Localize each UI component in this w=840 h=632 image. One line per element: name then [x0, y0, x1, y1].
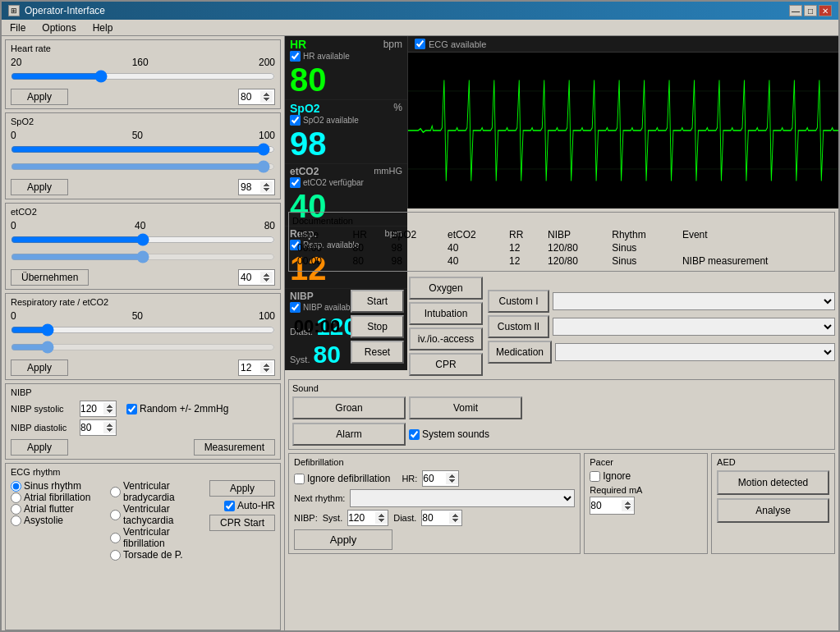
analyse-button[interactable]: Analyse — [717, 498, 829, 523]
nibp-systolic-input[interactable] — [80, 401, 117, 417]
system-sounds-label[interactable]: System sounds — [409, 423, 522, 446]
doc-col-etco2: etCO2 — [443, 228, 504, 241]
resp-apply-row: Apply — [11, 360, 275, 376]
vomit-button[interactable]: Vomit — [409, 396, 522, 419]
minimize-button[interactable]: — — [789, 5, 802, 16]
custom-ii-select[interactable] — [553, 318, 835, 336]
start-button[interactable]: Start — [351, 290, 404, 313]
ecg-auto-hr[interactable]: Auto-HR — [224, 500, 275, 511]
nibp-diastolic-label: NIBP diastolic — [11, 423, 76, 433]
cpr-start-button[interactable]: CPR Start — [209, 515, 275, 531]
hr-value: 80 — [290, 62, 402, 98]
spo2-slider[interactable] — [11, 143, 275, 156]
nibp-measurement-button[interactable]: Measurement — [194, 439, 275, 456]
etco2-apply-button[interactable]: Übernehmen — [11, 269, 89, 286]
resp-slider2[interactable] — [11, 341, 275, 354]
medication-select[interactable] — [555, 343, 835, 361]
defib-syst-input[interactable] — [347, 510, 388, 526]
nibp-random-checkbox[interactable] — [126, 404, 137, 414]
custom-ii-button[interactable]: Custom II — [488, 315, 549, 338]
spo2-available-checkbox[interactable] — [290, 115, 301, 126]
close-button[interactable]: ✕ — [819, 5, 832, 16]
doc-row1-event — [677, 241, 831, 254]
defib-diast-input[interactable] — [421, 510, 462, 526]
custom-i-button[interactable]: Custom I — [488, 290, 549, 313]
ecg-atrial-flutter[interactable]: Atrial flutter — [11, 503, 103, 515]
heart-rate-group: Heart rate 20 160 200 Apply — [5, 39, 281, 109]
heart-rate-apply-button[interactable]: Apply — [11, 89, 68, 105]
ecg-available-checkbox[interactable] — [415, 39, 425, 49]
bottom-row: Defibrillation Ignore defibrillation HR:… — [285, 451, 838, 556]
etco2-available-label: etCO2 verfügbar — [303, 178, 364, 187]
reset-button[interactable]: Reset — [351, 341, 404, 364]
doc-col-rr: RR — [504, 228, 543, 241]
defib-ignore-label[interactable]: Ignore defibrillation — [294, 473, 390, 484]
nibp-systolic-row: NIBP systolic Random +/- 2mmHg — [11, 401, 275, 417]
heart-rate-input[interactable] — [238, 89, 275, 105]
hr-header: HR bpm — [290, 38, 402, 51]
spo2-label: SpO2 — [290, 102, 320, 115]
resp-slider[interactable] — [11, 323, 275, 337]
menu-file[interactable]: File — [5, 21, 30, 34]
etco2-slider[interactable] — [11, 233, 275, 246]
window-controls: — □ ✕ — [789, 5, 832, 16]
etco2-unit: mmHG — [374, 166, 402, 177]
ecg-atrial-fib[interactable]: Atrial fibrillation — [11, 492, 103, 503]
pacer-required-ma-input[interactable] — [590, 497, 635, 515]
resp-apply-button[interactable]: Apply — [11, 360, 68, 376]
nibp-systolic-label: NIBP systolic — [11, 404, 76, 414]
cpr-button[interactable]: CPR — [409, 353, 483, 376]
hr-mid-label: 160 — [132, 57, 149, 68]
hr-display: HR bpm HR available 80 — [285, 36, 407, 100]
doc-table: Time HR SpO2 etCO2 RR NIBP Rhythm Event — [292, 228, 831, 268]
spo2-value: 98 — [290, 126, 402, 162]
ecg-ventricular-tachy[interactable]: Ventricular tachycardia — [110, 503, 203, 526]
custom-i-select[interactable] — [553, 292, 835, 310]
ecg-apply-button[interactable]: Apply — [209, 480, 275, 497]
nibp-apply-button[interactable]: Apply — [11, 439, 68, 456]
etco2-slider2[interactable] — [11, 250, 275, 263]
system-sounds-checkbox[interactable] — [409, 429, 420, 440]
defib-hr-input[interactable] — [422, 470, 459, 487]
spo2-slider2[interactable] — [11, 160, 275, 173]
iv-access-button[interactable]: iv./io.-access — [409, 327, 483, 350]
ecg-asystolie[interactable]: Asystolie — [11, 515, 103, 526]
defib-next-rhythm-select[interactable] — [350, 489, 575, 507]
etco2-available-checkbox[interactable] — [290, 177, 301, 188]
hr-available-checkbox[interactable] — [290, 51, 301, 62]
spo2-input[interactable] — [238, 179, 275, 195]
ecg-ventricular-brady[interactable]: Ventricular bradycardia — [110, 480, 203, 503]
defib-ignore-checkbox[interactable] — [294, 474, 305, 484]
ecg-ventricular-fib[interactable]: Ventricular fibrillation — [110, 526, 203, 549]
spo2-available-row: SpO2 available — [290, 115, 402, 126]
heart-rate-slider[interactable] — [11, 70, 275, 83]
etco2-spin — [238, 269, 275, 286]
etco2-min-label: 0 — [11, 220, 16, 231]
ecg-torsade[interactable]: Torsade de P. — [110, 549, 203, 561]
doc-header-row: Time HR SpO2 etCO2 RR NIBP Rhythm Event — [292, 228, 831, 241]
spo2-apply-button[interactable]: Apply — [11, 179, 68, 195]
menu-options[interactable]: Options — [37, 21, 80, 34]
menu-help[interactable]: Help — [88, 21, 118, 34]
title-bar: ⊞ Operator-Interface — □ ✕ — [2, 2, 838, 20]
documentation-section: Documentation Time HR SpO2 etCO2 RR NIBP… — [288, 212, 835, 272]
motion-detected-button[interactable]: Motion detected — [717, 470, 829, 495]
resp-input[interactable] — [238, 360, 275, 376]
pacer-ignore-label[interactable]: Ignore — [590, 470, 702, 482]
intubation-button[interactable]: Intubation — [409, 302, 483, 325]
ecg-sinus-rhythm[interactable]: Sinus rhythm — [11, 480, 103, 492]
pacer-ignore-checkbox[interactable] — [590, 471, 600, 482]
sound-title: Sound — [292, 383, 831, 393]
stop-button[interactable]: Stop — [351, 315, 404, 338]
nibp-diastolic-input[interactable] — [80, 419, 117, 436]
etco2-input[interactable] — [238, 269, 275, 286]
heart-rate-apply-row: Apply — [11, 89, 275, 105]
hr-min-label: 20 — [11, 57, 21, 68]
maximize-button[interactable]: □ — [804, 5, 817, 16]
spo2-title: SpO2 — [11, 117, 275, 126]
alarm-button[interactable]: Alarm — [292, 423, 406, 446]
groan-button[interactable]: Groan — [292, 396, 406, 419]
oxygen-button[interactable]: Oxygen — [409, 277, 483, 300]
medication-button[interactable]: Medication — [488, 341, 552, 364]
defib-apply-button[interactable]: Apply — [294, 529, 392, 550]
